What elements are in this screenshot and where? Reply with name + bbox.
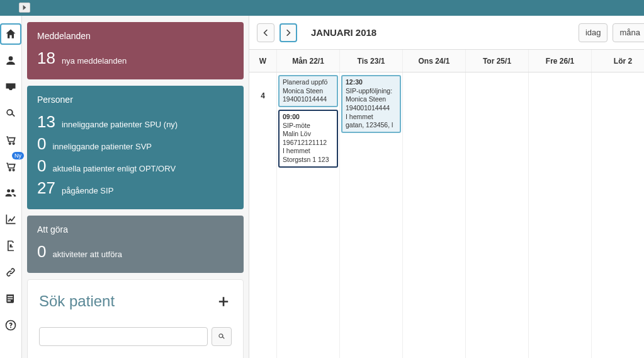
calendar-col-thu <box>466 72 529 358</box>
expand-sidebar-button[interactable] <box>19 3 30 13</box>
sidebar-item-home[interactable] <box>0 23 21 45</box>
calendar-header: JANUARI 2018 idag måna <box>249 16 644 50</box>
badge-new: Ny <box>12 152 24 159</box>
calendar-title: JANUARI 2018 <box>311 27 376 38</box>
todo-label: aktiviteter att utföra <box>52 250 122 259</box>
sidebar-item-search[interactable] <box>0 103 21 124</box>
calendar-col-sat <box>592 72 644 358</box>
calendar-panel: JANUARI 2018 idag måna W Mån 22/1 Tis 23… <box>249 16 644 358</box>
sidebar-item-link[interactable] <box>0 262 21 283</box>
persons-title: Personer <box>37 95 234 105</box>
calendar-day-header: W Mån 22/1 Tis 23/1 Ons 24/1 Tor 25/1 Fr… <box>249 50 644 72</box>
messages-label: nya meddelanden <box>62 56 127 66</box>
sidebar-item-news[interactable] <box>0 288 21 309</box>
search-patient-card: Sök patient ＋ Senaste patienter Malin Lö… <box>27 279 244 358</box>
sidebar-item-help[interactable] <box>0 315 21 336</box>
calendar-col-fri <box>529 72 592 358</box>
search-title: Sök patient <box>39 292 115 310</box>
sidebar-item-chart[interactable] <box>0 209 21 230</box>
sidebar-item-people[interactable] <box>0 182 21 204</box>
calendar-today-button[interactable]: idag <box>579 23 608 42</box>
todo-card[interactable]: Att göra 0 aktiviteter att utföra <box>27 216 244 273</box>
week-column-header: W <box>249 50 277 72</box>
sidebar-nav: Ny <box>0 16 22 358</box>
dashboard-panel: Meddelanden 18 nya meddelanden Personer … <box>22 16 249 358</box>
calendar-col-mon: Planerad uppföMonica Steen19400101444409… <box>277 72 340 358</box>
calendar-prev-button[interactable] <box>257 23 274 42</box>
persons-card[interactable]: Personer 13inneliggande patienter SPU (n… <box>27 86 244 209</box>
search-input[interactable] <box>39 327 208 346</box>
calendar-next-button[interactable] <box>280 23 297 42</box>
calendar-col-tue: 12:30SIP-uppföljning:Monica Steen1940010… <box>340 72 403 358</box>
calendar-event[interactable]: Planerad uppföMonica Steen194001014444 <box>278 75 338 107</box>
messages-card[interactable]: Meddelanden 18 nya meddelanden <box>27 22 244 79</box>
todo-count: 0 <box>37 242 46 262</box>
sidebar-item-document[interactable] <box>0 235 21 257</box>
calendar-event[interactable]: 09:00SIP-möteMalin Löv196712121112I hemm… <box>278 110 338 168</box>
top-bar <box>0 0 644 16</box>
week-number: 4 <box>249 72 277 358</box>
sidebar-item-cart[interactable] <box>0 129 21 151</box>
sidebar-item-cart-new[interactable]: Ny <box>0 156 21 177</box>
sidebar-item-inbox[interactable] <box>0 76 21 98</box>
search-button[interactable] <box>212 327 232 346</box>
calendar-view-button[interactable]: måna <box>613 23 644 42</box>
messages-count: 18 <box>37 49 55 68</box>
todo-title: Att göra <box>37 224 234 234</box>
add-patient-button[interactable]: ＋ <box>215 290 232 312</box>
calendar-col-wed <box>403 72 466 358</box>
messages-title: Meddelanden <box>37 31 234 41</box>
calendar-event[interactable]: 12:30SIP-uppföljning:Monica Steen1940010… <box>341 75 401 133</box>
sidebar-item-person[interactable] <box>0 50 21 71</box>
